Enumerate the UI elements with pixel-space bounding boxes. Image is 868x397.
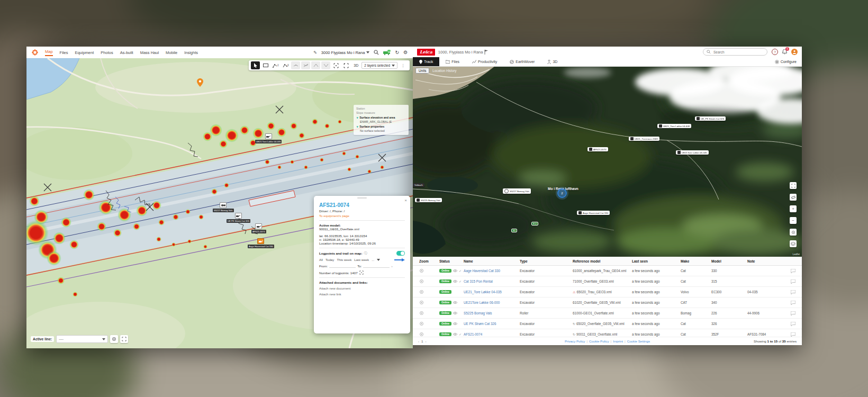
table-row[interactable]: Online✓ Aage Haverstad Cat 330 Excavator… xyxy=(413,266,802,276)
unit-name-link[interactable]: Aage Haverstad Cat 330 xyxy=(464,269,520,273)
filter-more[interactable]: ... xyxy=(372,258,374,261)
map-attribution[interactable]: Leaflet xyxy=(792,253,800,256)
history-clock-icon[interactable]: ↻ xyxy=(395,50,399,55)
help-icon[interactable]: ? xyxy=(772,49,778,55)
layers-button[interactable] xyxy=(790,240,797,247)
filter-today[interactable]: Today xyxy=(326,258,334,261)
unit-name-link[interactable]: Cat 315 Pon Rental xyxy=(464,279,520,283)
nav-item-insights[interactable]: Insights xyxy=(184,50,198,55)
fit-extent-button[interactable] xyxy=(341,61,350,69)
nav-item-map[interactable]: Map xyxy=(45,49,53,56)
date-next-button[interactable]: › xyxy=(391,264,392,268)
eye-icon[interactable] xyxy=(453,322,457,325)
zoom-to-unit-icon[interactable] xyxy=(419,279,424,284)
col-note[interactable]: Note xyxy=(747,259,778,263)
privacy-policy-link[interactable]: Privacy Policy xyxy=(565,339,585,343)
filter-last-week[interactable]: Last week xyxy=(354,258,369,261)
prev-page-button[interactable]: ‹ xyxy=(418,339,419,343)
machine-marker-selected[interactable]: AFS21-0074 xyxy=(251,223,266,233)
col-type[interactable]: Type xyxy=(520,259,573,263)
col-reference-model[interactable]: Reference model xyxy=(573,259,632,263)
chat-icon[interactable] xyxy=(791,301,795,305)
table-row[interactable]: Online S5225 Bomag Vals Roller 61000-GEO… xyxy=(413,308,802,319)
zoom-to-unit-icon[interactable] xyxy=(419,268,424,273)
table-row[interactable]: Online✓ Cat 315 Pon Rental Excavator 710… xyxy=(413,276,802,287)
polyline-2-button[interactable]: 2 xyxy=(271,61,280,69)
nav-item-equipment[interactable]: Equipment xyxy=(75,50,94,55)
table-row[interactable]: Online UE PK Strøm Cat 326 Excavator ↻65… xyxy=(413,319,802,329)
measure-rect-button[interactable] xyxy=(261,61,270,69)
unit-chip-afs21[interactable]: AFS21-0074 xyxy=(587,147,608,151)
notifications-bell[interactable]: 5 xyxy=(782,49,787,55)
search-icon[interactable] xyxy=(374,50,379,55)
next-page-button[interactable]: › xyxy=(426,339,427,343)
attach-document-link[interactable]: Attach new document xyxy=(319,286,405,290)
machine-marker[interactable]: Aage Haverstad Cat 330 xyxy=(248,238,274,248)
chat-icon[interactable] xyxy=(791,311,795,315)
unit-chip[interactable]: UE21_Tore Løkke 04-008 xyxy=(657,124,691,128)
col-make[interactable]: Make xyxy=(681,259,711,263)
surface-elevation-group[interactable]: ∨Surface elevation and area xyxy=(356,116,406,119)
tab-3d[interactable]: 3D xyxy=(541,57,564,66)
tab-files[interactable]: Files xyxy=(439,57,466,66)
unit-name-link[interactable]: AFS21-0074 xyxy=(464,332,520,336)
col-status[interactable]: Status xyxy=(439,259,464,263)
zoom-in-button[interactable]: + xyxy=(790,205,797,212)
unit-name-link[interactable]: UE21_Tore Løkke 04-035 xyxy=(464,290,520,294)
project-selector[interactable]: 3000 Flyplass Mo i Rana xyxy=(321,50,370,55)
unit-chip[interactable]: S5225 Bomag Vals xyxy=(415,198,442,202)
from-date-input[interactable] xyxy=(329,264,356,268)
table-row[interactable]: Online UE21_Tore Løkke 04-035 Excavator … xyxy=(413,287,802,297)
zoom-to-unit-icon[interactable] xyxy=(419,311,424,315)
col-name[interactable]: Name xyxy=(464,259,520,263)
nav-item-files[interactable]: Files xyxy=(60,50,68,55)
filter-all[interactable]: All xyxy=(319,258,323,261)
chat-icon[interactable] xyxy=(791,322,795,326)
user-avatar[interactable] xyxy=(791,49,798,55)
cursor-tool-button[interactable] xyxy=(251,61,260,69)
subtab-units[interactable]: Units xyxy=(415,68,429,74)
eye-icon[interactable] xyxy=(453,312,457,314)
imprint-link[interactable]: Imprint xyxy=(613,339,623,343)
trail-check-icon[interactable]: ✓ xyxy=(459,279,462,283)
machine-marker[interactable]: S5227 Bomag Vals xyxy=(213,202,234,212)
profile-up-button[interactable] xyxy=(311,61,320,69)
table-row[interactable]: Online UE21Tore Løkke 06-000 Excavator 6… xyxy=(413,297,802,308)
unit-chip[interactable]: Aage Haverstad Cat 330 xyxy=(577,211,610,215)
cluster-marker[interactable]: 2 xyxy=(557,188,567,198)
nav-item-masshaul[interactable]: Mass Haul xyxy=(140,50,159,55)
active-line-select[interactable]: ---- xyxy=(56,335,108,343)
zoom-to-unit-icon[interactable] xyxy=(419,332,424,337)
eye-icon[interactable] xyxy=(453,301,457,304)
left-map[interactable]: UE21 Tore Løkke 04-035 S5227 Bomag Vals … xyxy=(26,58,413,348)
zoom-out-button[interactable]: − xyxy=(790,217,797,224)
fit-view-button[interactable] xyxy=(120,335,128,343)
cookie-settings-link[interactable]: Cookie Settings xyxy=(627,339,650,343)
nav-item-asbuilt[interactable]: As-built xyxy=(120,50,133,55)
tab-earthmover[interactable]: EarthMover xyxy=(503,57,541,66)
machine-status-icon[interactable] xyxy=(383,50,391,55)
col-last-seen[interactable]: Last seen xyxy=(632,259,681,263)
slope-off-tool-button[interactable] xyxy=(301,61,310,69)
info-icon[interactable]: ⓘ xyxy=(364,251,367,256)
unit-chip[interactable]: UE21Tore Løkke 04-045 xyxy=(676,150,709,155)
locate-button[interactable] xyxy=(790,229,797,236)
col-model[interactable]: Model xyxy=(711,259,747,263)
filter-this-week[interactable]: This week xyxy=(337,258,351,261)
col-zoom[interactable]: Zoom xyxy=(419,259,439,263)
logpoints-toggle[interactable] xyxy=(396,251,405,256)
nav-item-mobile[interactable]: Mobile xyxy=(166,50,177,55)
select-area-button[interactable] xyxy=(331,61,340,69)
settings-gear-icon[interactable]: ⚙ xyxy=(403,50,408,55)
subtab-location-history[interactable]: Location History xyxy=(432,69,456,73)
unit-name-link[interactable]: UE21Tore Løkke 06-000 xyxy=(464,301,520,304)
chat-icon[interactable] xyxy=(791,269,795,273)
close-icon[interactable]: × xyxy=(404,198,407,203)
surface-elevation-value[interactable]: ENMR_ARK_GLOBAL (E xyxy=(360,120,406,123)
cookie-policy-link[interactable]: Cookie Policy xyxy=(589,339,609,343)
locate-button[interactable] xyxy=(110,335,118,343)
configure-button[interactable]: Configure xyxy=(775,57,802,66)
tab-track[interactable]: Track xyxy=(413,57,439,66)
edit-pencil-icon[interactable]: ✎ xyxy=(313,50,317,55)
search-box[interactable] xyxy=(703,48,767,56)
